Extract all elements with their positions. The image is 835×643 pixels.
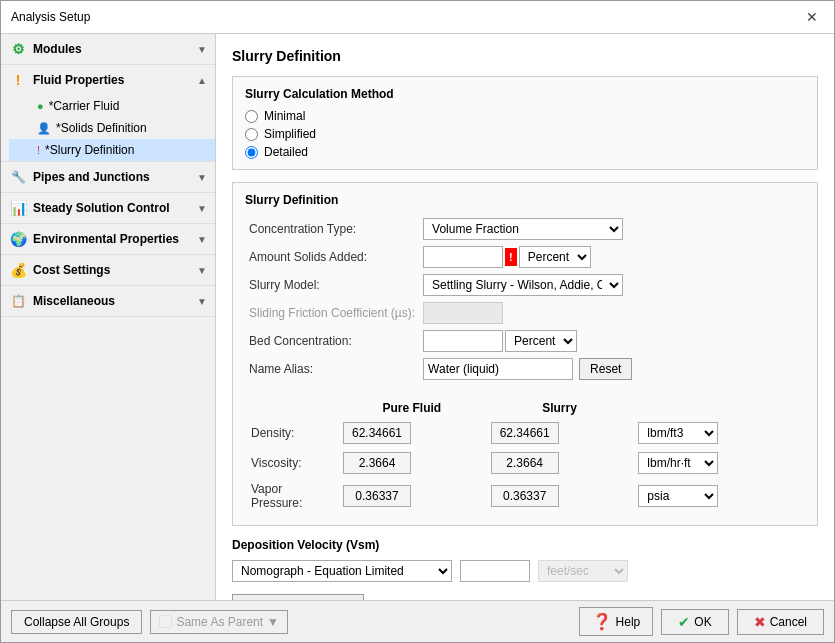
- viscosity-pure-input: [343, 452, 411, 474]
- bed-concentration-input[interactable]: [423, 330, 503, 352]
- panel-title: Slurry Definition: [232, 48, 818, 64]
- cancel-button[interactable]: ✖ Cancel: [737, 609, 824, 635]
- same-as-parent-checkbox: [159, 615, 172, 628]
- cancel-x-icon: ✖: [754, 614, 766, 630]
- reset-button[interactable]: Reset: [579, 358, 632, 380]
- vapor-slurry-input[interactable]: [491, 485, 559, 507]
- collapse-all-button[interactable]: Collapse All Groups: [11, 610, 142, 634]
- ok-button[interactable]: ✔ OK: [661, 609, 728, 635]
- sliding-friction-row: Sliding Friction Coefficient (µs):: [245, 299, 805, 327]
- slurry-calc-label: Slurry Calculation Method: [245, 87, 805, 101]
- amount-solids-input-group: ! Percent: [423, 246, 801, 268]
- slurry-def-label: Slurry Definition: [245, 193, 805, 207]
- deposition-method-select[interactable]: Nomograph - Equation Limited Manual: [232, 560, 452, 582]
- slurry-calc-radio-group: Minimal Simplified Detailed: [245, 109, 805, 159]
- bed-concentration-label: Bed Concentration:: [245, 327, 419, 355]
- deposition-unit-select: feet/sec m/s: [538, 560, 628, 582]
- amount-solids-error-badge: !: [505, 248, 517, 266]
- same-as-parent-button[interactable]: Same As Parent ▼: [150, 610, 288, 634]
- sidebar-header-modules[interactable]: ⚙ Modules ▼: [1, 34, 215, 64]
- radio-detailed[interactable]: Detailed: [245, 145, 805, 159]
- modules-status-icon: ⚙: [9, 40, 27, 58]
- sidebar-section-cost-settings: 💰 Cost Settings ▼: [1, 255, 215, 286]
- viscosity-unit-select[interactable]: lbm/hr·ft cP: [638, 452, 718, 474]
- sidebar-item-carrier-fluid[interactable]: ● *Carrier Fluid: [9, 95, 215, 117]
- viscosity-slurry-input[interactable]: [491, 452, 559, 474]
- help-button[interactable]: ❓ Help: [579, 607, 654, 636]
- density-unit-select[interactable]: lbm/ft3 kg/m3: [638, 422, 718, 444]
- radio-simplified-input[interactable]: [245, 128, 258, 141]
- radio-minimal-label: Minimal: [264, 109, 305, 123]
- analysis-setup-dialog: Analysis Setup ✕ ⚙ Modules ▼ ! Fluid Pro…: [0, 0, 835, 643]
- deposition-value-input[interactable]: [460, 560, 530, 582]
- steady-solution-arrow-icon: ▼: [197, 203, 207, 214]
- slurry-model-label: Slurry Model:: [245, 271, 419, 299]
- sidebar-label-pipes-junctions: Pipes and Junctions: [33, 170, 150, 184]
- sidebar-label-modules: Modules: [33, 42, 82, 56]
- slurry-model-select[interactable]: Settling Slurry - Wilson, Addie, Clift: [423, 274, 623, 296]
- density-pure-input: [343, 422, 411, 444]
- miscellaneous-arrow-icon: ▼: [197, 296, 207, 307]
- sidebar-section-environmental: 🌍 Environmental Properties ▼: [1, 224, 215, 255]
- radio-simplified-label: Simplified: [264, 127, 316, 141]
- cost-settings-arrow-icon: ▼: [197, 265, 207, 276]
- close-button[interactable]: ✕: [800, 7, 824, 27]
- name-alias-input[interactable]: [423, 358, 573, 380]
- slurry-definition-status-icon: !: [37, 144, 40, 156]
- slurry-model-row: Slurry Model: Settling Slurry - Wilson, …: [245, 271, 805, 299]
- bed-concentration-unit-select[interactable]: Percent: [505, 330, 577, 352]
- sidebar-item-slurry-definition[interactable]: ! *Slurry Definition: [9, 139, 215, 161]
- miscellaneous-icon: 📋: [9, 292, 27, 310]
- col-slurry: Slurry: [487, 399, 633, 417]
- sidebar-label-miscellaneous: Miscellaneous: [33, 294, 115, 308]
- sidebar-header-miscellaneous[interactable]: 📋 Miscellaneous ▼: [1, 286, 215, 316]
- concentration-type-select[interactable]: Volume Fraction Mass Fraction: [423, 218, 623, 240]
- sidebar-label-fluid-properties: Fluid Properties: [33, 73, 124, 87]
- radio-simplified[interactable]: Simplified: [245, 127, 805, 141]
- slurry-calc-section: Slurry Calculation Method Minimal Simpli…: [232, 76, 818, 170]
- radio-detailed-label: Detailed: [264, 145, 308, 159]
- ok-label: OK: [694, 615, 711, 629]
- name-alias-input-group: Reset: [423, 358, 801, 380]
- slurry-def-section: Slurry Definition Concentration Type: Vo…: [232, 182, 818, 526]
- dialog-title: Analysis Setup: [11, 10, 90, 24]
- vapor-pure-input: [343, 485, 411, 507]
- sidebar-header-cost-settings[interactable]: 💰 Cost Settings ▼: [1, 255, 215, 285]
- sliding-friction-label: Sliding Friction Coefficient (µs):: [245, 299, 419, 327]
- density-label: Density:: [247, 419, 337, 447]
- modules-arrow-icon: ▼: [197, 44, 207, 55]
- density-row: Density: lbm/ft3 kg/m3: [247, 419, 803, 447]
- viscosity-label: Viscosity:: [247, 449, 337, 477]
- radio-minimal-input[interactable]: [245, 110, 258, 123]
- sidebar-section-miscellaneous: 📋 Miscellaneous ▼: [1, 286, 215, 317]
- concentration-type-row: Concentration Type: Volume Fraction Mass…: [245, 215, 805, 243]
- deposition-row: Nomograph - Equation Limited Manual feet…: [232, 560, 818, 582]
- sidebar-section-steady-solution: 📊 Steady Solution Control ▼: [1, 193, 215, 224]
- sidebar-header-steady-solution[interactable]: 📊 Steady Solution Control ▼: [1, 193, 215, 223]
- sidebar-label-cost-settings: Cost Settings: [33, 263, 110, 277]
- radio-minimal[interactable]: Minimal: [245, 109, 805, 123]
- right-panel: Slurry Definition Slurry Calculation Met…: [216, 34, 834, 600]
- density-slurry-input[interactable]: [491, 422, 559, 444]
- sidebar-section-pipes-junctions: 🔧 Pipes and Junctions ▼: [1, 162, 215, 193]
- sidebar-section-modules: ⚙ Modules ▼: [1, 34, 215, 65]
- sidebar-label-steady-solution: Steady Solution Control: [33, 201, 170, 215]
- pipes-junctions-arrow-icon: ▼: [197, 172, 207, 183]
- vapor-unit-select[interactable]: psia kPa: [638, 485, 718, 507]
- amount-solids-input[interactable]: [423, 246, 503, 268]
- sidebar-header-environmental[interactable]: 🌍 Environmental Properties ▼: [1, 224, 215, 254]
- deposition-section: Deposition Velocity (Vsm) Nomograph - Eq…: [232, 538, 818, 582]
- main-content: ⚙ Modules ▼ ! Fluid Properties ▲ ● *Carr…: [1, 34, 834, 600]
- radio-detailed-input[interactable]: [245, 146, 258, 159]
- sidebar-header-fluid-properties[interactable]: ! Fluid Properties ▲: [1, 65, 215, 95]
- name-alias-label: Name Alias:: [245, 355, 419, 383]
- title-bar: Analysis Setup ✕: [1, 1, 834, 34]
- help-icon: ❓: [592, 612, 612, 631]
- sidebar-section-fluid-properties: ! Fluid Properties ▲ ● *Carrier Fluid 👤 …: [1, 65, 215, 162]
- environmental-icon: 🌍: [9, 230, 27, 248]
- sidebar-item-solids-definition[interactable]: 👤 *Solids Definition: [9, 117, 215, 139]
- vapor-pressure-row: Vapor Pressure: psia kPa: [247, 479, 803, 513]
- ok-check-icon: ✔: [678, 614, 690, 630]
- sidebar-header-pipes-junctions[interactable]: 🔧 Pipes and Junctions ▼: [1, 162, 215, 192]
- amount-solids-unit-select[interactable]: Percent: [519, 246, 591, 268]
